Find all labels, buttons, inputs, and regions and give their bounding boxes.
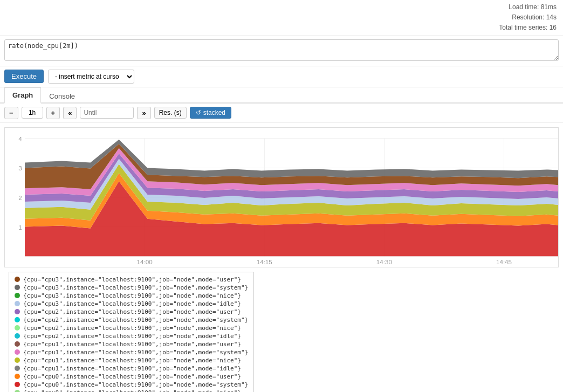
legend-label: {cpu="cpu1",instance="localhost:9100",jo… [23, 365, 241, 372]
graph-controls: − + « » Res. (s) ↺ stacked [0, 104, 563, 123]
top-bar: Load time: 81ms Resolution: 14s Total ti… [0, 0, 563, 36]
legend-item: {cpu="cpu2",instance="localhost:9100",jo… [15, 316, 248, 324]
legend-label: {cpu="cpu2",instance="localhost:9100",jo… [23, 333, 241, 340]
legend-label: {cpu="cpu3",instance="localhost:9100",jo… [23, 276, 241, 283]
tab-graph[interactable]: Graph [4, 87, 41, 104]
svg-text:4: 4 [18, 136, 22, 142]
legend-color-dot [15, 309, 20, 314]
time-range-input[interactable] [22, 107, 43, 119]
stacked-button[interactable]: ↺ stacked [190, 107, 231, 119]
legend-label: {cpu="cpu2",instance="localhost:9100",jo… [23, 317, 248, 324]
stacked-icon: ↺ [196, 109, 201, 116]
resolution-button[interactable]: Res. (s) [154, 107, 187, 119]
legend-item: {cpu="cpu0",instance="localhost:9100",jo… [15, 373, 248, 381]
legend-label: {cpu="cpu1",instance="localhost:9100",jo… [23, 349, 248, 356]
until-input[interactable] [80, 107, 134, 119]
top-bar-info: Load time: 81ms Resolution: 14s Total ti… [499, 2, 557, 33]
tabs-bar: Graph Console [0, 87, 563, 104]
execute-button[interactable]: Execute [4, 70, 44, 83]
legend-label: {cpu="cpu3",instance="localhost:9100",jo… [23, 284, 248, 291]
metric-select[interactable]: - insert metric at curso [48, 70, 134, 84]
legend-color-dot [15, 285, 20, 290]
legend-color-dot [15, 374, 20, 379]
legend-label: {cpu="cpu3",instance="localhost:9100",jo… [23, 292, 241, 299]
legend-item: {cpu="cpu1",instance="localhost:9100",jo… [15, 356, 248, 365]
legend-label: {cpu="cpu1",instance="localhost:9100",jo… [23, 357, 241, 364]
legend-color-dot [15, 301, 20, 306]
svg-text:14:15: 14:15 [257, 259, 272, 265]
legend-label: {cpu="cpu2",instance="localhost:9100",jo… [23, 308, 241, 315]
svg-text:2: 2 [18, 195, 22, 201]
zoom-out-button[interactable]: − [4, 107, 18, 119]
legend-color-dot [15, 333, 20, 339]
load-time: Load time: 81ms [499, 2, 557, 12]
stacked-label: stacked [203, 109, 225, 116]
chart-svg: 4 3 2 1 14:00 14:15 14:30 14:4 [5, 128, 558, 267]
zoom-in-button[interactable]: + [46, 107, 60, 119]
svg-text:1: 1 [18, 224, 22, 230]
legend-color-dot [15, 390, 20, 392]
legend-item: {cpu="cpu3",instance="localhost:9100",jo… [15, 276, 248, 284]
chart-legend: {cpu="cpu3",instance="localhost:9100",jo… [9, 272, 254, 392]
legend-label: {cpu="cpu1",instance="localhost:9100",jo… [23, 341, 241, 348]
legend-label: {cpu="cpu3",instance="localhost:9100",jo… [23, 300, 241, 307]
query-area: rate(node_cpu[2m]) [0, 36, 563, 66]
graph-area: 4 3 2 1 14:00 14:15 14:30 14:4 [0, 123, 563, 392]
legend-item: {cpu="cpu1",instance="localhost:9100",jo… [15, 340, 248, 348]
legend-color-dot [15, 277, 20, 282]
total-series: Total time series: 16 [499, 23, 557, 33]
legend-label: {cpu="cpu2",instance="localhost:9100",jo… [23, 325, 241, 332]
back-button[interactable]: « [63, 107, 77, 119]
svg-text:14:00: 14:00 [137, 259, 153, 265]
legend-color-dot [15, 325, 20, 331]
legend-label: {cpu="cpu0",instance="localhost:9100",jo… [23, 389, 241, 392]
svg-text:3: 3 [18, 165, 22, 171]
execute-toolbar: Execute - insert metric at curso [0, 66, 563, 87]
chart-container: 4 3 2 1 14:00 14:15 14:30 14:4 [4, 127, 559, 267]
legend-color-dot [15, 366, 20, 371]
legend-item: {cpu="cpu2",instance="localhost:9100",jo… [15, 324, 248, 332]
legend-color-dot [15, 357, 20, 363]
tab-console[interactable]: Console [41, 88, 83, 104]
legend-color-dot [15, 349, 20, 355]
forward-arrows: » [137, 107, 150, 119]
legend-item: {cpu="cpu3",instance="localhost:9100",jo… [15, 284, 248, 292]
legend-color-dot [15, 317, 20, 322]
legend-color-dot [15, 293, 20, 298]
forward-button[interactable]: » [137, 107, 150, 119]
legend-item: {cpu="cpu0",instance="localhost:9100",jo… [15, 389, 248, 392]
legend-item: {cpu="cpu1",instance="localhost:9100",jo… [15, 348, 248, 356]
legend-item: {cpu="cpu3",instance="localhost:9100",jo… [15, 300, 248, 308]
legend-item: {cpu="cpu0",instance="localhost:9100",jo… [15, 381, 248, 389]
legend-label: {cpu="cpu0",instance="localhost:9100",jo… [23, 373, 241, 380]
legend-item: {cpu="cpu1",instance="localhost:9100",jo… [15, 365, 248, 373]
legend-color-dot [15, 382, 20, 387]
resolution: Resolution: 14s [499, 12, 557, 23]
svg-text:14:45: 14:45 [496, 259, 512, 265]
legend-item: {cpu="cpu3",instance="localhost:9100",jo… [15, 292, 248, 300]
query-input[interactable]: rate(node_cpu[2m]) [4, 39, 559, 61]
legend-label: {cpu="cpu0",instance="localhost:9100",jo… [23, 381, 248, 388]
legend-color-dot [15, 341, 20, 347]
legend-item: {cpu="cpu2",instance="localhost:9100",jo… [15, 332, 248, 340]
nav-arrows: « [63, 107, 77, 119]
legend-item: {cpu="cpu2",instance="localhost:9100",jo… [15, 308, 248, 316]
svg-text:14:30: 14:30 [376, 259, 392, 265]
